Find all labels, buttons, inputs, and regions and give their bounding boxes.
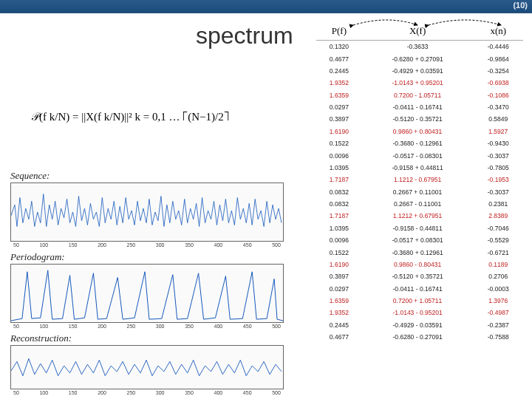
table-cell: -0.3680 + 0.12961 bbox=[362, 246, 474, 258]
table-cell: 1.6190 bbox=[316, 126, 362, 137]
table-cell: 0.1189 bbox=[473, 259, 523, 270]
table-cell: 0.0096 bbox=[316, 234, 362, 246]
table-row: 1.61900.9860 + 0.804311.5927 bbox=[316, 126, 523, 137]
table-cell: -0.5120 - 0.35721 bbox=[362, 113, 474, 125]
table-cell: 0.2445 bbox=[316, 65, 362, 77]
sequence-label: Sequence: bbox=[10, 170, 50, 182]
table-cell: 0.2706 bbox=[473, 270, 523, 282]
col-header-xn: x(n) bbox=[473, 22, 523, 41]
table-cell: -0.9158 + 0.44811 bbox=[362, 162, 474, 174]
table-cell: 0.7200 + 1.05711 bbox=[362, 295, 474, 307]
table-cell: 0.2667 + 0.11001 bbox=[362, 186, 474, 198]
table-row: 0.1320-0.3633-0.4446 bbox=[316, 41, 523, 53]
table-cell: 1.0395 bbox=[316, 222, 362, 234]
table-cell: -0.9430 bbox=[473, 137, 523, 149]
table-cell: -0.0411 - 0.16741 bbox=[362, 101, 474, 113]
table-cell: -0.5529 bbox=[473, 234, 523, 246]
table-cell: -0.7805 bbox=[473, 162, 523, 174]
table-row: 0.1522-0.3680 - 0.12961-0.9430 bbox=[316, 137, 523, 149]
table-row: 0.0096-0.0517 - 0.08301-0.3037 bbox=[316, 149, 523, 161]
table-cell: 0.0297 bbox=[316, 283, 362, 295]
table-row: 0.2445-0.4929 - 0.03591-0.2387 bbox=[316, 319, 523, 331]
table-cell: 0.5849 bbox=[473, 113, 523, 125]
table-cell: 1.6359 bbox=[316, 295, 362, 307]
table-row: 0.4677-0.6280 - 0.27091-0.7588 bbox=[316, 331, 523, 343]
table-cell: -0.3680 - 0.12961 bbox=[362, 137, 474, 149]
table-row: 1.61900.9860 - 0.804310.1189 bbox=[316, 259, 523, 270]
table-cell: 0.0832 bbox=[316, 198, 362, 210]
table-cell: 0.7200 - 1.05711 bbox=[362, 89, 474, 101]
reconstruction-xaxis: 50100150200250300350400450500 bbox=[10, 390, 284, 395]
table-row: 1.71871.1212 + 0.679512.8389 bbox=[316, 210, 523, 222]
table-cell: -0.0411 - 0.16741 bbox=[362, 283, 474, 295]
table-cell: 1.3976 bbox=[473, 295, 523, 307]
table-cell: -1.0143 - 0.95201 bbox=[362, 307, 474, 318]
table-cell: -0.7588 bbox=[473, 331, 523, 343]
table-cell: -0.6938 bbox=[473, 77, 523, 89]
table-cell: 0.2445 bbox=[316, 319, 362, 331]
periodogram-xaxis: 50100150200250300350400450500 bbox=[10, 324, 284, 329]
table-cell: 0.3897 bbox=[316, 113, 362, 125]
table-row: 1.0395-0.9158 + 0.44811-0.7805 bbox=[316, 162, 523, 174]
table-cell: -0.0003 bbox=[473, 283, 523, 295]
table-cell: 0.4677 bbox=[316, 52, 362, 64]
table-cell: 1.0395 bbox=[316, 162, 362, 174]
table-row: 1.0395-0.9158 - 0.44811-0.7046 bbox=[316, 222, 523, 234]
table-cell: -0.3037 bbox=[473, 186, 523, 198]
table-cell: 0.1522 bbox=[316, 137, 362, 149]
table-cell: -0.0517 - 0.08301 bbox=[362, 149, 474, 161]
table-cell: 2.8389 bbox=[473, 210, 523, 222]
table-cell: 0.4677 bbox=[316, 331, 362, 343]
table-row: 0.3897-0.5120 - 0.357210.5849 bbox=[316, 113, 523, 125]
table-cell: 1.9352 bbox=[316, 307, 362, 318]
table-cell: -0.6721 bbox=[473, 246, 523, 258]
table-row: 0.2445-0.4929 + 0.03591-0.3254 bbox=[316, 65, 523, 77]
table-cell: 0.1522 bbox=[316, 246, 362, 258]
table-cell: -0.6280 + 0.27091 bbox=[362, 52, 474, 64]
reconstruction-chart bbox=[10, 345, 284, 389]
table-cell: 0.3897 bbox=[316, 270, 362, 282]
table-cell: -0.9864 bbox=[473, 52, 523, 64]
table-row: 0.0297-0.0411 - 0.16741-0.0003 bbox=[316, 283, 523, 295]
table-cell: -0.5120 + 0.35721 bbox=[362, 270, 474, 282]
table-cell: -0.4929 + 0.03591 bbox=[362, 65, 474, 77]
table-cell: -0.7046 bbox=[473, 222, 523, 234]
table-row: 1.9352-1.0143 + 0.95201-0.6938 bbox=[316, 77, 523, 89]
table-cell: -0.2387 bbox=[473, 319, 523, 331]
slide-number: (10) bbox=[513, 1, 528, 10]
table-cell: -0.9158 - 0.44811 bbox=[362, 222, 474, 234]
table-row: 0.3897-0.5120 + 0.357210.2706 bbox=[316, 270, 523, 282]
table-cell: 1.1212 + 0.67951 bbox=[362, 210, 474, 222]
table-cell: 0.2667 - 0.11001 bbox=[362, 198, 474, 210]
table-row: 0.1522-0.3680 + 0.12961-0.6721 bbox=[316, 246, 523, 258]
table-cell: -0.3037 bbox=[473, 149, 523, 161]
table-cell: -0.4929 - 0.03591 bbox=[362, 319, 474, 331]
table-row: 0.08320.2667 - 0.110010.2381 bbox=[316, 198, 523, 210]
table-cell: 0.2381 bbox=[473, 198, 523, 210]
table-cell: -0.1953 bbox=[473, 174, 523, 185]
table-cell: 0.0832 bbox=[316, 186, 362, 198]
sequence-chart bbox=[10, 183, 284, 242]
table-row: 1.9352-1.0143 - 0.95201-0.4987 bbox=[316, 307, 523, 318]
sequence-xaxis: 50100150200250300350400450500 bbox=[10, 242, 284, 248]
col-header-xf: X(f) bbox=[362, 22, 474, 41]
table-row: 0.4677-0.6280 + 0.27091-0.9864 bbox=[316, 52, 523, 64]
periodogram-label: Periodogram: bbox=[10, 251, 65, 263]
table-cell: 1.6359 bbox=[316, 89, 362, 101]
table-row: 0.0096-0.0517 + 0.08301-0.5529 bbox=[316, 234, 523, 246]
table-cell: 1.1212 - 0.67951 bbox=[362, 174, 474, 185]
table-row: 1.63590.7200 + 1.057111.3976 bbox=[316, 295, 523, 307]
table-cell: 1.5927 bbox=[473, 126, 523, 137]
page-title: spectrum bbox=[196, 22, 293, 50]
table-cell: 0.9860 + 0.80431 bbox=[362, 126, 474, 137]
table-cell: 1.9352 bbox=[316, 77, 362, 89]
table-cell: 0.9860 - 0.80431 bbox=[362, 259, 474, 270]
table-cell: -0.3470 bbox=[473, 101, 523, 113]
table-cell: -0.6280 - 0.27091 bbox=[362, 331, 474, 343]
table-cell: -0.3633 bbox=[362, 41, 474, 53]
table-cell: -1.0143 + 0.95201 bbox=[362, 77, 474, 89]
table-cell: 0.0297 bbox=[316, 101, 362, 113]
table-cell: -0.0517 + 0.08301 bbox=[362, 234, 474, 246]
table-cell: -0.3254 bbox=[473, 65, 523, 77]
reconstruction-label: Reconstruction: bbox=[10, 332, 72, 344]
